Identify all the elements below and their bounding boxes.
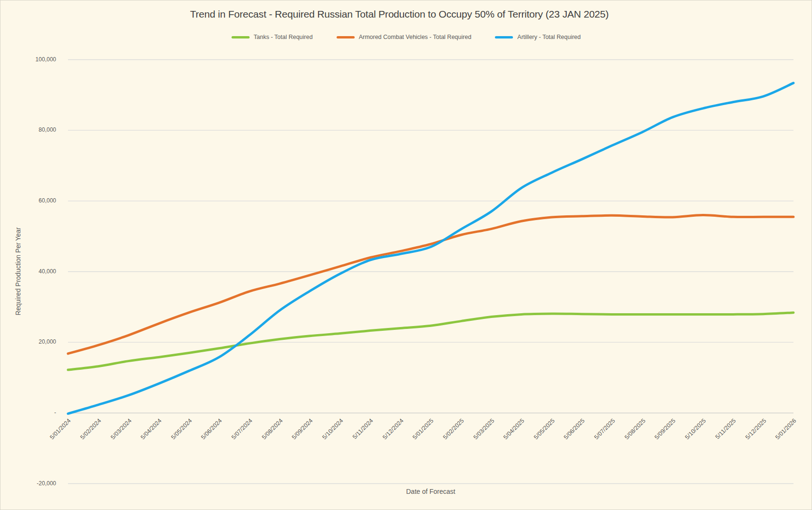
legend-item-armored: Armored Combat Vehicles - Total Required	[337, 34, 472, 40]
series-line-tanks	[68, 313, 793, 370]
legend-swatch-tanks	[232, 36, 250, 38]
y-tick-label-80000: 80,000	[0, 126, 56, 133]
chart: Trend in Forecast - Required Russian Tot…	[0, 0, 812, 510]
legend-label-tanks: Tanks - Total Required	[254, 34, 313, 40]
legend-label-armored: Armored Combat Vehicles - Total Required	[359, 34, 472, 40]
legend-label-artillery: Artillery - Total Required	[517, 34, 580, 40]
legend-swatch-artillery	[495, 36, 513, 38]
legend: Tanks - Total RequiredArmored Combat Veh…	[0, 34, 812, 40]
y-tick-label-40000: 40,000	[0, 268, 56, 275]
legend-item-tanks: Tanks - Total Required	[232, 34, 313, 40]
y-tick-label-0: -	[0, 409, 56, 416]
y-tick-label-20000: 20,000	[0, 338, 56, 345]
y-tick-label-100000: 100,000	[0, 56, 56, 63]
series-line-artillery	[68, 83, 793, 414]
legend-item-artillery: Artillery - Total Required	[495, 34, 580, 40]
series-line-armored	[68, 215, 793, 354]
x-axis-title: Date of Forecast	[406, 488, 455, 495]
y-tick-label--20000: -20,000	[0, 480, 56, 487]
chart-title: Trend in Forecast - Required Russian Tot…	[190, 9, 609, 20]
y-tick-label-60000: 60,000	[0, 197, 56, 204]
legend-swatch-armored	[337, 36, 355, 38]
